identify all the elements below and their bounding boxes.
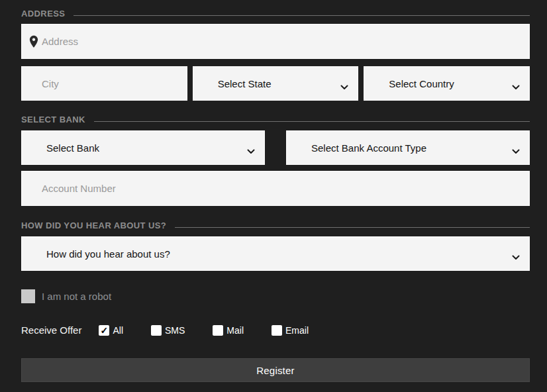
checkbox-all[interactable]: ✓ [99, 325, 109, 336]
address-input[interactable] [22, 24, 529, 58]
registration-form: ADDRESS Select State Select Country [0, 0, 547, 382]
referral-section-divider [175, 227, 530, 228]
captcha-row: I am not a robot [21, 289, 530, 303]
chevron-down-icon [512, 251, 520, 263]
location-pin-icon [28, 35, 39, 51]
check-icon: ✓ [101, 326, 109, 335]
bank-select[interactable]: Select Bank [21, 130, 265, 165]
address-section-header: ADDRESS [21, 9, 530, 19]
city-field-wrap [21, 66, 187, 101]
state-select[interactable]: Select State [193, 66, 359, 101]
offer-option-mail[interactable]: Mail [213, 325, 244, 336]
city-input[interactable] [22, 67, 187, 100]
bank-row: Select Bank Select Bank Account Type [21, 130, 530, 165]
bank-account-type-select[interactable]: Select Bank Account Type [286, 130, 530, 165]
offer-option-sms-label[interactable]: SMS [165, 325, 185, 336]
register-button[interactable]: Register [21, 358, 530, 382]
state-select-value: Select State [193, 78, 272, 89]
offer-option-sms[interactable]: SMS [151, 325, 185, 336]
chevron-down-icon [247, 145, 255, 157]
country-select[interactable]: Select Country [364, 66, 530, 101]
city-state-country-row: Select State Select Country [21, 66, 530, 101]
receive-offer-row: Receive Offer ✓ All SMS Mail Email [21, 324, 530, 336]
offer-option-email-label[interactable]: Email [285, 325, 309, 336]
captcha-checkbox[interactable] [21, 289, 35, 303]
bank-select-value: Select Bank [22, 142, 99, 154]
bank-section-divider [94, 121, 530, 122]
chevron-down-icon [512, 81, 520, 93]
checkbox-email[interactable] [272, 325, 282, 336]
offer-option-all-label[interactable]: All [113, 325, 123, 336]
referral-select-value: How did you hear about us? [22, 248, 170, 260]
chevron-down-icon [512, 145, 520, 157]
address-section-divider [74, 15, 530, 16]
country-select-value: Select Country [364, 78, 454, 89]
offer-option-mail-label[interactable]: Mail [226, 325, 244, 336]
checkbox-sms[interactable] [151, 325, 162, 336]
referral-section-header: HOW DID YOU HEAR ABOUT US? [21, 220, 530, 230]
register-button-label: Register [256, 365, 294, 376]
bank-account-type-value: Select Bank Account Type [287, 142, 426, 154]
chevron-down-icon [340, 81, 348, 93]
checkbox-mail[interactable] [213, 325, 223, 336]
bank-section-title: SELECT BANK [21, 115, 85, 124]
account-number-field-wrap [21, 171, 530, 206]
captcha-label: I am not a robot [42, 291, 111, 302]
account-number-input[interactable] [22, 172, 529, 205]
address-section-title: ADDRESS [21, 9, 65, 19]
offer-option-email[interactable]: Email [272, 325, 309, 336]
referral-select[interactable]: How did you hear about us? [21, 236, 530, 271]
receive-offer-label: Receive Offer [21, 324, 81, 336]
bank-section-header: SELECT BANK [21, 115, 530, 124]
offer-option-all[interactable]: ✓ All [99, 325, 123, 336]
referral-section-title: HOW DID YOU HEAR ABOUT US? [21, 220, 166, 230]
address-field-wrap [21, 24, 530, 59]
